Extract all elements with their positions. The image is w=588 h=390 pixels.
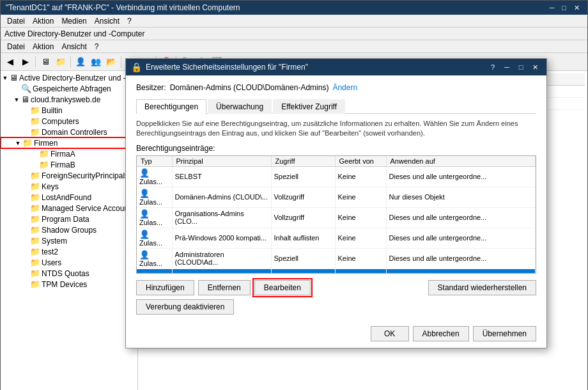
tab-ueberwachung[interactable]: Überwachung [208,99,272,114]
toolbar-new-folder[interactable]: 📂 [104,55,118,69]
perm-col-typ[interactable]: Typ [137,156,172,167]
tab-berechtigungen[interactable]: Berechtigungen [136,99,206,114]
tree-root[interactable]: ▼ 🖥 Active Directory-Benutzer und -Compu… [1,72,137,83]
expand-users[interactable] [21,258,30,267]
expand-keys[interactable] [21,182,30,191]
tab-effektiver-zugriff[interactable]: Effektiver Zugriff [273,99,345,114]
perm-table-row[interactable]: 👤Zulas...Administratoren (CLOUD\Ad...Spe… [137,248,536,269]
toolbar-back[interactable]: ◀ [3,55,17,69]
expand-computers[interactable] [21,117,30,126]
expand-system[interactable] [21,237,30,246]
expand-dc[interactable] [21,128,30,137]
menu-aktion-outer[interactable]: Aktion [29,15,58,27]
keys-icon: 📁 [30,182,40,191]
minimize-button[interactable]: ─ [547,4,557,12]
tree-item-firma-a[interactable]: 📁 FirmaA [1,148,137,159]
tree-item-users[interactable]: 📁 Users [1,257,137,268]
tree-item-system[interactable]: 📁 System [1,235,137,246]
expand-foreign[interactable] [21,171,30,180]
uebernehmen-button[interactable]: Übernehmen [473,326,536,341]
tree-item-computers[interactable]: 📁 Computers [1,116,137,127]
toolbar-new-group[interactable]: 👥 [89,55,103,69]
standard-button[interactable]: Standard wiederherstellen [428,280,536,295]
expand-root[interactable]: ▼ [1,74,10,82]
hinzufuegen-button[interactable]: Hinzufügen [136,280,194,295]
expand-tpm[interactable] [21,280,30,289]
perm-table-row[interactable]: 👤Zulas...Domänen-Admins (CLOUD\...Vollzu… [137,187,536,207]
tree-item-managed-svc[interactable]: 📁 Managed Service Accounts [1,203,137,214]
perm-table-row[interactable]: 👤Zulas...SELBSTSpeziellKeineDieses und a… [137,166,536,187]
title-bar-text: "TenantDC1" auf "FRANK-PC" - Verbindung … [6,3,240,12]
owner-change-link[interactable]: Ändern [332,83,357,92]
expand-lostandfound[interactable] [21,193,30,202]
vererbung-button[interactable]: Vererbung deaktivieren [136,299,234,315]
menu-ansicht-outer[interactable]: Ansicht [91,15,123,27]
tree-item-test2[interactable]: 📁 test2 [1,246,137,257]
tree-panel: ▼ 🖥 Active Directory-Benutzer und -Compu… [1,71,138,390]
menu-ansicht-inner[interactable]: Ansicht [58,41,90,52]
expand-domain[interactable]: ▼ [12,95,21,104]
maximize-button[interactable]: □ [559,4,569,12]
ok-button[interactable]: OK [371,326,409,341]
expand-ntds[interactable] [21,269,30,278]
perm-col-prinzipal[interactable]: Prinzipal [172,156,271,167]
tree-item-program-data[interactable]: 📁 Program Data [1,214,137,224]
tree-item-firmen[interactable]: ▼ 📁 Firmen [1,137,137,148]
tree-item-foreign[interactable]: 📁 ForeignSecurityPrincipals [1,170,137,181]
menu-help-outer[interactable]: ? [123,15,135,27]
expand-saved[interactable] [12,84,21,93]
perm-cell-geerbt: Keine [335,269,386,274]
dialog-body: Besitzer: Domänen-Admins (CLOUD\Domänen-… [126,75,546,322]
perm-table-row[interactable]: 👤Zulas...Authentifizierte BenutzerSpezie… [137,269,536,274]
info-text: Doppelklicken Sie auf eine Berechtigungs… [136,119,536,139]
expand-firmen[interactable]: ▼ [13,139,22,148]
menu-aktion-inner[interactable]: Aktion [29,41,58,52]
expand-test2[interactable] [21,247,30,256]
perm-col-geerbt[interactable]: Geerbt von [335,156,386,167]
toolbar-new-user[interactable]: 👤 [74,55,88,69]
tree-item-saved-queries[interactable]: 🔍 Gespeicherte Abfragen [1,83,137,94]
dialog-close-button[interactable]: ✕ [529,61,541,73]
perm-col-anwenden[interactable]: Anwenden auf [386,156,536,167]
tree-item-builtin[interactable]: 📁 Builtin [1,105,137,116]
tree-item-lostandfound[interactable]: 📁 LostAndFound [1,192,137,203]
entfernen-button[interactable]: Entfernen [198,280,251,295]
tree-label-lostandfound: LostAndFound [42,193,91,202]
tree-item-tpm[interactable]: 📁 TPM Devices [1,279,137,290]
menu-help-inner[interactable]: ? [91,41,103,52]
abbrechen-button[interactable]: Abbrechen [413,326,469,341]
close-button[interactable]: ✕ [571,4,582,12]
dialog-minimize-button[interactable]: ─ [500,61,513,73]
perm-table-row[interactable]: 👤Zulas...Prä-Windows 2000 kompati...Inha… [137,228,536,248]
tree-item-ntds[interactable]: 📁 NTDS Quotas [1,268,137,279]
tree-item-shadow-groups[interactable]: 📁 Shadow Groups [1,224,137,235]
tree-item-keys[interactable]: 📁 Keys [1,181,137,192]
expand-builtin[interactable] [21,106,30,115]
perm-cell-geerbt: Keine [335,248,386,269]
toolbar-folder[interactable]: 📁 [54,55,68,69]
dialog-help-button[interactable]: ? [486,61,499,73]
expand-managed-svc[interactable] [21,204,30,213]
expand-program-data[interactable] [21,215,30,224]
menu-datei-inner[interactable]: Datei [3,41,29,52]
inner-menu-bar: Datei Aktion Ansicht ? [1,40,587,53]
expand-shadow-groups[interactable] [21,226,30,235]
menu-medien-outer[interactable]: Medien [58,15,90,27]
tree-item-firma-b[interactable]: 📁 FirmaB [1,159,137,170]
perm-table-wrapper[interactable]: Typ Prinzipal Zugriff Geerbt von Anwende… [136,155,536,274]
tree-label-computers: Computers [42,117,79,126]
expand-firma-b[interactable] [30,160,39,169]
perm-cell-typ: 👤Zulas... [137,166,172,187]
dialog-maximize-button[interactable]: □ [514,61,527,73]
expand-firma-a[interactable] [30,150,39,159]
tree-label-firma-a: FirmaA [50,150,75,159]
perm-table-row[interactable]: 👤Zulas...Organisations-Admins (CLO...Vol… [137,207,536,228]
bearbeiten-button[interactable]: Bearbeiten [254,280,311,295]
tree-item-domain[interactable]: ▼ 🖥 cloud.frankysweb.de [1,94,137,105]
toolbar-forward[interactable]: ▶ [19,55,33,69]
tree-item-dc[interactable]: 📁 Domain Controllers [1,127,137,137]
dialog-title-icon: 🔒 [131,62,142,72]
perm-col-zugriff[interactable]: Zugriff [271,156,335,167]
menu-datei-outer[interactable]: Datei [3,15,29,27]
toolbar-computer[interactable]: 🖥 [38,55,52,69]
